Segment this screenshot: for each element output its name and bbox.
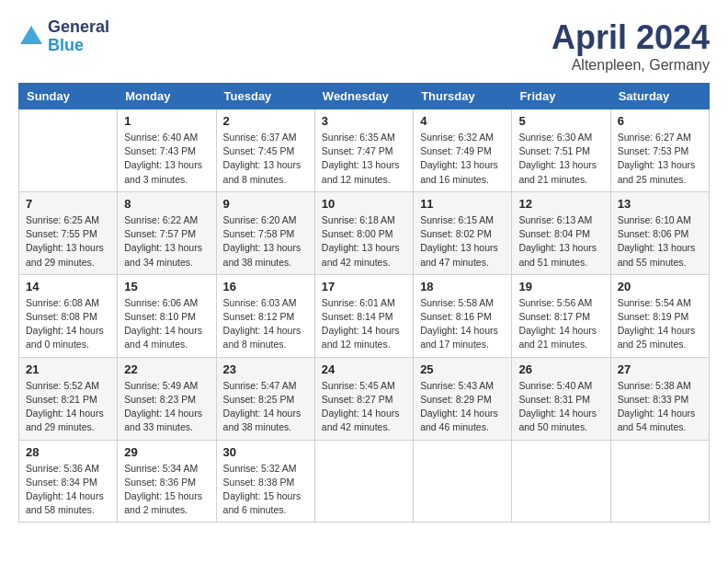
svg-marker-0 <box>20 26 42 44</box>
day-info: Sunrise: 6:25 AM Sunset: 7:55 PM Dayligh… <box>26 213 110 270</box>
day-number: 30 <box>223 445 308 459</box>
day-info: Sunrise: 6:40 AM Sunset: 7:43 PM Dayligh… <box>124 131 209 187</box>
day-number: 5 <box>518 114 603 128</box>
day-info: Sunrise: 6:35 AM Sunset: 7:47 PM Dayligh… <box>322 131 406 187</box>
day-info: Sunrise: 6:18 AM Sunset: 8:00 PM Dayligh… <box>322 213 406 270</box>
day-number: 21 <box>26 362 110 376</box>
logo: General Blue <box>18 18 109 55</box>
location-subtitle: Altenpleen, Germany <box>552 57 710 74</box>
day-info: Sunrise: 5:34 AM Sunset: 8:36 PM Dayligh… <box>124 462 209 518</box>
weekday-header: Friday <box>512 84 610 109</box>
day-number: 25 <box>420 362 505 376</box>
day-number: 9 <box>223 197 308 211</box>
day-info: Sunrise: 6:03 AM Sunset: 8:12 PM Dayligh… <box>223 296 308 352</box>
page-header: General Blue April 2024 Altenpleen, Germ… <box>18 18 710 74</box>
calendar-cell: 8Sunrise: 6:22 AM Sunset: 7:57 PM Daylig… <box>118 191 216 274</box>
weekday-header: Wednesday <box>314 84 413 109</box>
calendar-cell <box>19 109 118 192</box>
day-number: 14 <box>26 280 110 293</box>
calendar-cell: 14Sunrise: 6:08 AM Sunset: 8:08 PM Dayli… <box>19 274 118 357</box>
day-info: Sunrise: 5:56 AM Sunset: 8:17 PM Dayligh… <box>518 296 603 352</box>
day-number: 13 <box>618 197 702 211</box>
calendar-cell <box>512 440 610 523</box>
calendar-week-row: 7Sunrise: 6:25 AM Sunset: 7:55 PM Daylig… <box>19 191 710 274</box>
calendar-cell: 5Sunrise: 6:30 AM Sunset: 7:51 PM Daylig… <box>512 109 610 192</box>
calendar-cell: 20Sunrise: 5:54 AM Sunset: 8:19 PM Dayli… <box>610 274 709 357</box>
day-number: 10 <box>322 197 406 211</box>
day-info: Sunrise: 6:13 AM Sunset: 8:04 PM Dayligh… <box>518 213 603 270</box>
day-number: 2 <box>223 114 308 128</box>
day-number: 11 <box>420 197 505 211</box>
day-info: Sunrise: 6:01 AM Sunset: 8:14 PM Dayligh… <box>322 296 406 352</box>
day-number: 24 <box>322 362 406 376</box>
day-info: Sunrise: 5:43 AM Sunset: 8:29 PM Dayligh… <box>420 379 505 435</box>
month-title: April 2024 <box>552 18 710 57</box>
day-info: Sunrise: 5:38 AM Sunset: 8:33 PM Dayligh… <box>618 379 702 435</box>
weekday-header: Sunday <box>19 84 118 109</box>
calendar-header-row: SundayMondayTuesdayWednesdayThursdayFrid… <box>19 84 710 109</box>
calendar-cell: 22Sunrise: 5:49 AM Sunset: 8:23 PM Dayli… <box>118 357 216 440</box>
calendar-cell: 13Sunrise: 6:10 AM Sunset: 8:06 PM Dayli… <box>610 191 709 274</box>
day-info: Sunrise: 6:15 AM Sunset: 8:02 PM Dayligh… <box>420 213 505 270</box>
day-info: Sunrise: 5:58 AM Sunset: 8:16 PM Dayligh… <box>420 296 505 352</box>
calendar-cell: 24Sunrise: 5:45 AM Sunset: 8:27 PM Dayli… <box>314 357 413 440</box>
calendar-cell <box>414 440 512 523</box>
calendar-cell: 11Sunrise: 6:15 AM Sunset: 8:02 PM Dayli… <box>414 191 512 274</box>
calendar-cell: 26Sunrise: 5:40 AM Sunset: 8:31 PM Dayli… <box>512 357 610 440</box>
calendar-cell: 6Sunrise: 6:27 AM Sunset: 7:53 PM Daylig… <box>610 109 709 192</box>
logo-icon <box>18 24 44 50</box>
day-number: 28 <box>26 445 110 459</box>
logo-blue-text: Blue <box>48 37 109 55</box>
calendar-cell: 2Sunrise: 6:37 AM Sunset: 7:45 PM Daylig… <box>216 109 314 192</box>
day-info: Sunrise: 6:37 AM Sunset: 7:45 PM Dayligh… <box>223 131 308 187</box>
day-number: 16 <box>223 280 308 293</box>
day-info: Sunrise: 6:10 AM Sunset: 8:06 PM Dayligh… <box>618 213 702 270</box>
calendar-cell: 21Sunrise: 5:52 AM Sunset: 8:21 PM Dayli… <box>19 357 118 440</box>
calendar-cell: 17Sunrise: 6:01 AM Sunset: 8:14 PM Dayli… <box>314 274 413 357</box>
calendar-cell: 3Sunrise: 6:35 AM Sunset: 7:47 PM Daylig… <box>314 109 413 192</box>
calendar-cell: 23Sunrise: 5:47 AM Sunset: 8:25 PM Dayli… <box>216 357 314 440</box>
calendar-cell: 4Sunrise: 6:32 AM Sunset: 7:49 PM Daylig… <box>414 109 512 192</box>
day-number: 7 <box>26 197 110 211</box>
day-info: Sunrise: 6:20 AM Sunset: 7:58 PM Dayligh… <box>223 213 308 270</box>
day-number: 19 <box>518 280 603 293</box>
day-number: 1 <box>124 114 209 128</box>
day-info: Sunrise: 6:06 AM Sunset: 8:10 PM Dayligh… <box>124 296 209 352</box>
calendar-cell: 7Sunrise: 6:25 AM Sunset: 7:55 PM Daylig… <box>19 191 118 274</box>
calendar-cell: 30Sunrise: 5:32 AM Sunset: 8:38 PM Dayli… <box>216 440 314 523</box>
day-info: Sunrise: 5:36 AM Sunset: 8:34 PM Dayligh… <box>26 462 110 518</box>
day-info: Sunrise: 6:22 AM Sunset: 7:57 PM Dayligh… <box>124 213 209 270</box>
calendar-table: SundayMondayTuesdayWednesdayThursdayFrid… <box>18 83 710 523</box>
day-number: 12 <box>518 197 603 211</box>
weekday-header: Monday <box>118 84 216 109</box>
logo-general-text: General <box>48 18 109 37</box>
day-info: Sunrise: 5:45 AM Sunset: 8:27 PM Dayligh… <box>322 379 406 435</box>
day-number: 8 <box>124 197 209 211</box>
day-info: Sunrise: 5:40 AM Sunset: 8:31 PM Dayligh… <box>518 379 603 435</box>
day-number: 4 <box>420 114 505 128</box>
calendar-week-row: 21Sunrise: 5:52 AM Sunset: 8:21 PM Dayli… <box>19 357 710 440</box>
calendar-cell: 1Sunrise: 6:40 AM Sunset: 7:43 PM Daylig… <box>118 109 216 192</box>
calendar-cell <box>610 440 709 523</box>
calendar-cell: 9Sunrise: 6:20 AM Sunset: 7:58 PM Daylig… <box>216 191 314 274</box>
day-number: 6 <box>618 114 702 128</box>
day-info: Sunrise: 6:08 AM Sunset: 8:08 PM Dayligh… <box>26 296 110 352</box>
calendar-cell: 25Sunrise: 5:43 AM Sunset: 8:29 PM Dayli… <box>414 357 512 440</box>
calendar-cell: 15Sunrise: 6:06 AM Sunset: 8:10 PM Dayli… <box>118 274 216 357</box>
day-info: Sunrise: 6:30 AM Sunset: 7:51 PM Dayligh… <box>518 131 603 187</box>
day-info: Sunrise: 5:47 AM Sunset: 8:25 PM Dayligh… <box>223 379 308 435</box>
day-number: 27 <box>618 362 702 376</box>
calendar-week-row: 28Sunrise: 5:36 AM Sunset: 8:34 PM Dayli… <box>19 440 710 523</box>
weekday-header: Saturday <box>610 84 709 109</box>
day-info: Sunrise: 5:49 AM Sunset: 8:23 PM Dayligh… <box>124 379 209 435</box>
calendar-cell: 10Sunrise: 6:18 AM Sunset: 8:00 PM Dayli… <box>314 191 413 274</box>
day-info: Sunrise: 6:32 AM Sunset: 7:49 PM Dayligh… <box>420 131 505 187</box>
day-info: Sunrise: 5:52 AM Sunset: 8:21 PM Dayligh… <box>26 379 110 435</box>
calendar-cell: 19Sunrise: 5:56 AM Sunset: 8:17 PM Dayli… <box>512 274 610 357</box>
calendar-cell: 16Sunrise: 6:03 AM Sunset: 8:12 PM Dayli… <box>216 274 314 357</box>
day-number: 23 <box>223 362 308 376</box>
title-area: April 2024 Altenpleen, Germany <box>552 18 710 74</box>
day-number: 17 <box>322 280 406 293</box>
day-number: 3 <box>322 114 406 128</box>
calendar-cell: 28Sunrise: 5:36 AM Sunset: 8:34 PM Dayli… <box>19 440 118 523</box>
